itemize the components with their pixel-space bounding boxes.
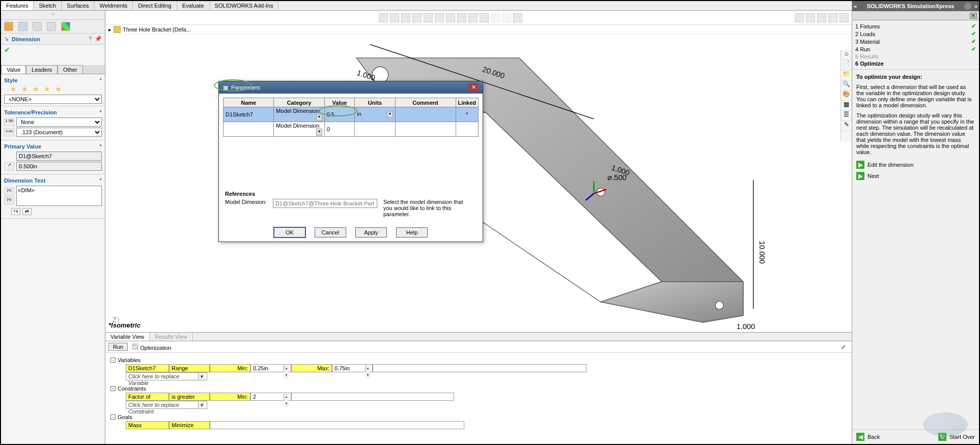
style-icon-4[interactable]: ★ [44, 85, 52, 93]
cell-units[interactable]: in▾ [355, 107, 395, 122]
tolerance-header[interactable]: Tolerance/Precision˄ [4, 108, 102, 116]
tab-features[interactable]: Features [1, 1, 34, 10]
tab-evaluate[interactable]: Evaluate [177, 1, 210, 10]
collapse-goals-icon[interactable]: - [110, 414, 116, 420]
taskpane-palette-icon[interactable]: 🎨 [841, 91, 852, 101]
tab-weldments[interactable]: Weldments [94, 1, 133, 10]
tab-other[interactable]: Other [58, 65, 83, 74]
cell-name[interactable] [223, 122, 274, 137]
maximize-icon[interactable] [828, 13, 837, 22]
apply-button[interactable]: Apply [355, 227, 387, 238]
tolerance-precision-dropdown[interactable]: .123 (Document) [16, 128, 102, 137]
taskpane-properties-icon[interactable]: ☰ [841, 111, 852, 121]
col-units[interactable]: Units [355, 98, 395, 107]
optimization-checkbox-label[interactable]: Optimization [132, 343, 171, 351]
sim-panel-title-bar[interactable]: « SOLIDWORKS SimulationXpress » [852, 1, 979, 11]
model-dimension-field[interactable] [273, 199, 377, 208]
config-manager-icon[interactable] [33, 22, 42, 31]
text-prefix-icon[interactable]: (x) [4, 187, 14, 195]
spin-up-icon[interactable]: ▴ [284, 365, 289, 372]
spin-down-icon[interactable]: ▾ [284, 372, 289, 378]
tab-solidworks-addins[interactable]: SOLIDWORKS Add-Ins [210, 1, 279, 10]
next-link[interactable]: ▶Next [856, 170, 975, 182]
cell-comment[interactable] [395, 107, 456, 122]
table-row[interactable]: D1Sketch7 Model Dimension▾ 0.5 in▾ * [223, 107, 479, 122]
expand-icon[interactable]: ▸ [108, 26, 111, 33]
sim-step-run[interactable]: 4 Run✔ [855, 45, 976, 53]
dimension-text-area[interactable]: <DIM> [16, 186, 102, 206]
cell-units[interactable] [355, 122, 395, 137]
back-link[interactable]: ◀Back [856, 433, 880, 441]
dimension-text-header[interactable]: Dimension Text˄ [4, 176, 102, 185]
variable-max-input[interactable]: ▴▾ [332, 364, 373, 372]
view-settings-icon[interactable] [480, 13, 489, 22]
chevron-down-icon[interactable]: ▾ [316, 129, 322, 136]
text-suffix-icon[interactable]: (x) [4, 196, 14, 204]
spin-up-icon[interactable]: ▴ [284, 394, 289, 400]
expand-study-icon[interactable]: ⤢ [841, 344, 846, 350]
property-manager-icon[interactable] [18, 22, 27, 31]
collapse-variables-icon[interactable]: - [110, 358, 116, 363]
add-variable-placeholder[interactable]: Click here to replace Variable▾ [126, 372, 207, 380]
variable-type[interactable]: Range [169, 364, 210, 372]
tab-variable-view[interactable]: Variable View [105, 333, 150, 341]
taskpane-home-icon[interactable]: ⌂ [841, 50, 852, 60]
gear-icon[interactable] [964, 3, 971, 10]
style-icon-3[interactable]: ★ [33, 85, 41, 93]
tab-sketch[interactable]: Sketch [34, 1, 62, 10]
accept-button[interactable]: ✔ [4, 46, 10, 54]
col-linked[interactable]: Linked [456, 98, 478, 107]
tab-value[interactable]: Value [1, 65, 26, 74]
cell-linked[interactable]: * [456, 107, 478, 122]
tolerance-type-dropdown[interactable]: None [16, 117, 102, 127]
panel-collapse-icon[interactable]: « [854, 3, 857, 9]
col-category[interactable]: Category [274, 98, 324, 107]
taskpane-forum-icon[interactable]: ✎ [841, 121, 852, 131]
help-icon[interactable]: ? [89, 36, 92, 42]
chevron-down-icon[interactable]: ▾ [198, 402, 205, 408]
display-style-icon[interactable] [435, 13, 444, 22]
ok-button[interactable]: OK [274, 227, 305, 238]
spin-down-icon[interactable]: ▾ [366, 372, 370, 378]
dimension-direction-icon[interactable]: ↗ [4, 162, 14, 170]
close-icon[interactable] [839, 13, 849, 22]
variable-min-input[interactable]: ▴▾ [250, 364, 291, 372]
table-row[interactable]: Model Dimension▾ 0 [223, 122, 479, 137]
taskpane-resources-icon[interactable]: 📄 [841, 60, 852, 70]
collapse-constraints-icon[interactable]: - [110, 386, 116, 391]
justify-left-icon[interactable]: +x [11, 208, 20, 215]
cell-category[interactable]: Model Dimension▾ [274, 122, 324, 137]
add-constraint-placeholder[interactable]: Click here to replace Constraint▾ [126, 401, 207, 409]
spin-up-icon[interactable]: ▴ [366, 365, 370, 372]
pin-icon[interactable]: 📌 [95, 36, 102, 42]
sim-step-optimize[interactable]: 6 Optimize [855, 60, 976, 67]
tab-leaders[interactable]: Leaders [26, 65, 58, 74]
run-button[interactable]: Run [108, 343, 128, 351]
dialog-title-bar[interactable]: ▦ Parameters ✕ [219, 81, 483, 94]
cell-category[interactable]: Model Dimension▾ [274, 107, 324, 122]
pm-grip[interactable]: ○ [1, 11, 105, 20]
edit-appearance-icon[interactable] [457, 13, 466, 22]
cancel-button[interactable]: Cancel [315, 227, 346, 238]
constraint-name[interactable]: Factor of Safety [126, 393, 169, 401]
primary-value-field[interactable] [16, 162, 102, 171]
view-orient-icon[interactable] [424, 13, 433, 22]
sim-step-material[interactable]: 3 Material✔ [855, 38, 976, 45]
constraint-op[interactable]: is greater than [169, 393, 210, 401]
dialog-close-button[interactable]: ✕ [468, 83, 479, 92]
taskpane-library-icon[interactable]: 📁 [841, 70, 852, 80]
primary-name-field[interactable] [16, 152, 102, 161]
spin-down-icon[interactable]: ▾ [284, 400, 289, 407]
tab-direct-editing[interactable]: Direct Editing [133, 1, 177, 10]
breadcrumb-model[interactable]: Three Hole Bracket (Defa... [123, 26, 191, 33]
window-cascade-icon[interactable] [806, 13, 815, 22]
goal-op[interactable]: Minimize [169, 421, 210, 429]
cell-value[interactable]: 0.5 [324, 107, 355, 122]
zoom-fit-icon[interactable] [379, 13, 388, 22]
render-icon[interactable] [513, 13, 522, 22]
primary-value-header[interactable]: Primary Value˄ [4, 142, 102, 151]
style-header[interactable]: Style˄ [4, 76, 102, 84]
tab-results-view[interactable]: Results View [150, 333, 192, 341]
cell-name[interactable]: D1Sketch7 [223, 107, 274, 122]
constraint-min-input[interactable]: ▴▾ [250, 393, 291, 401]
